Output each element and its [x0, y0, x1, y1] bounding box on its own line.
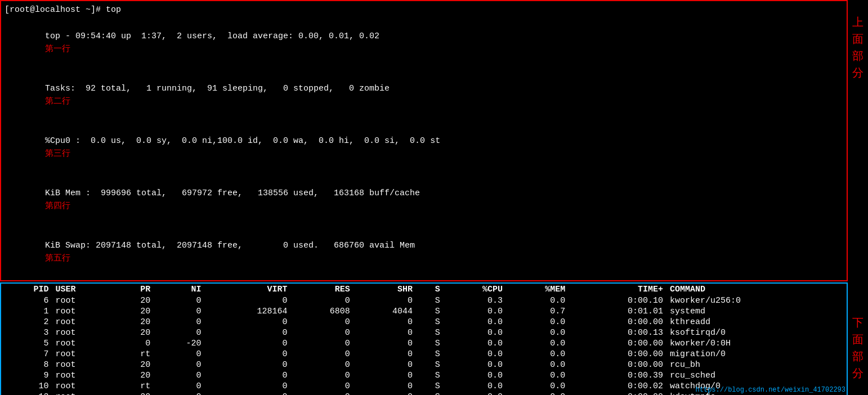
line4-text: KiB Mem : 999696 total, 697972 free, 138…: [45, 188, 420, 198]
line1: top - 09:54:40 up 1:37, 2 users, load av…: [5, 16, 843, 69]
col-res: RES: [291, 284, 354, 295]
table-cell: 0: [205, 370, 291, 381]
table-cell: 0: [291, 338, 354, 349]
table-cell: kworker/u256:0: [666, 295, 847, 306]
table-cell: 0: [291, 392, 354, 395]
table-row: 1root20012816468084044S0.00.70:01.01syst…: [1, 306, 847, 317]
col-ni: NI: [154, 284, 204, 295]
table-cell: 0: [354, 338, 416, 349]
table-cell: 0: [205, 317, 291, 327]
table-cell: 0: [354, 360, 416, 370]
table-cell: 1: [1, 306, 52, 317]
line5-label: 第五行: [45, 254, 70, 263]
table-cell: 2: [1, 317, 52, 327]
line3-label: 第三行: [45, 149, 70, 159]
table-cell: 0.0: [506, 349, 569, 360]
col-user: USER: [52, 284, 114, 295]
col-shr: SHR: [354, 284, 416, 295]
table-cell: 0: [354, 370, 416, 381]
table-cell: S: [416, 306, 444, 317]
table-cell: 0: [154, 349, 204, 360]
table-cell: 0.0: [506, 381, 569, 392]
line3: %Cpu0 : 0.0 us, 0.0 sy, 0.0 ni,100.0 id,…: [5, 121, 843, 173]
table-cell: rt: [115, 349, 154, 360]
table-cell: 20: [115, 360, 154, 370]
table-cell: 0: [291, 370, 354, 381]
table-cell: 0: [354, 392, 416, 395]
table-cell: 0:00.02: [569, 381, 666, 392]
table-cell: 20: [115, 317, 154, 327]
table-cell: rcu_sched: [666, 370, 847, 381]
table-cell: S: [416, 360, 444, 370]
table-row: 6root200000S0.30.00:00.10kworker/u256:0: [1, 295, 847, 306]
table-cell: S: [416, 370, 444, 381]
table-cell: kworker/0:0H: [666, 338, 847, 349]
table-cell: 0: [154, 327, 204, 338]
line2: Tasks: 92 total, 1 running, 91 sleeping,…: [5, 69, 843, 121]
table-cell: 20: [115, 306, 154, 317]
col-time: TIME+: [569, 284, 666, 295]
line4: KiB Mem : 999696 total, 697972 free, 138…: [5, 173, 843, 226]
table-cell: root: [52, 349, 114, 360]
table-cell: 0: [154, 392, 204, 395]
table-cell: 0: [291, 381, 354, 392]
table-cell: 0: [291, 360, 354, 370]
footer-url: https://blog.csdn.net/weixin_41702293: [696, 386, 845, 394]
table-row: 7rootrt0000S0.00.00:00.00migration/0: [1, 349, 847, 360]
table-cell: 0.0: [444, 360, 506, 370]
table-cell: 0: [205, 295, 291, 306]
table-cell: 0: [154, 360, 204, 370]
table-cell: 20: [115, 327, 154, 338]
table-cell: S: [416, 317, 444, 327]
table-cell: 4044: [354, 306, 416, 317]
table-cell: 12: [1, 392, 52, 395]
table-cell: 20: [115, 295, 154, 306]
table-cell: 0.0: [506, 295, 569, 306]
table-cell: rt: [115, 381, 154, 392]
table-cell: 0: [354, 381, 416, 392]
table-cell: 0: [205, 349, 291, 360]
table-cell: root: [52, 327, 114, 338]
table-cell: 0:00.00: [569, 317, 666, 327]
table-cell: S: [416, 295, 444, 306]
table-cell: root: [52, 360, 114, 370]
table-cell: 0: [291, 327, 354, 338]
line5: KiB Swap: 2097148 total, 2097148 free, 0…: [5, 226, 843, 278]
table-cell: 3: [1, 327, 52, 338]
right-bottom-label: 下 面 部 分: [852, 314, 863, 381]
col-pid: PID: [1, 284, 52, 295]
table-cell: 7: [1, 349, 52, 360]
table-cell: 0.0: [444, 306, 506, 317]
table-cell: 0.7: [506, 306, 569, 317]
table-row: 9root200000S0.00.00:00.39rcu_sched: [1, 370, 847, 381]
table-row: 5root0-20000S0.00.00:00.00kworker/0:0H: [1, 338, 847, 349]
table-cell: 20: [115, 392, 154, 395]
table-row: 3root200000S0.00.00:00.13ksoftirqd/0: [1, 327, 847, 338]
right-labels: 上 面 部 分 下 面 部 分: [848, 0, 868, 395]
table-cell: 0: [291, 295, 354, 306]
bottom-section: PID USER PR NI VIRT RES SHR S %CPU %MEM …: [0, 282, 848, 395]
table-cell: 0: [115, 338, 154, 349]
table-cell: 10: [1, 381, 52, 392]
table-cell: 0: [205, 327, 291, 338]
top-section: [root@localhost ~]# top top - 09:54:40 u…: [0, 0, 848, 281]
table-cell: 0.0: [506, 327, 569, 338]
table-cell: 0.0: [506, 370, 569, 381]
col-cpu: %CPU: [444, 284, 506, 295]
table-cell: -20: [154, 338, 204, 349]
table-cell: 0:00.13: [569, 327, 666, 338]
table-cell: 0.0: [506, 360, 569, 370]
table-cell: root: [52, 295, 114, 306]
table-cell: S: [416, 392, 444, 395]
table-cell: migration/0: [666, 349, 847, 360]
col-command: COMMAND: [666, 284, 847, 295]
table-cell: 0.0: [506, 317, 569, 327]
table-cell: 0: [291, 349, 354, 360]
table-cell: 0.0: [506, 338, 569, 349]
line4-label: 第四行: [45, 201, 70, 211]
table-cell: 0: [154, 381, 204, 392]
line3-text: %Cpu0 : 0.0 us, 0.0 sy, 0.0 ni,100.0 id,…: [45, 136, 440, 146]
table-cell: 6808: [291, 306, 354, 317]
table-cell: root: [52, 306, 114, 317]
table-cell: 0.0: [444, 381, 506, 392]
